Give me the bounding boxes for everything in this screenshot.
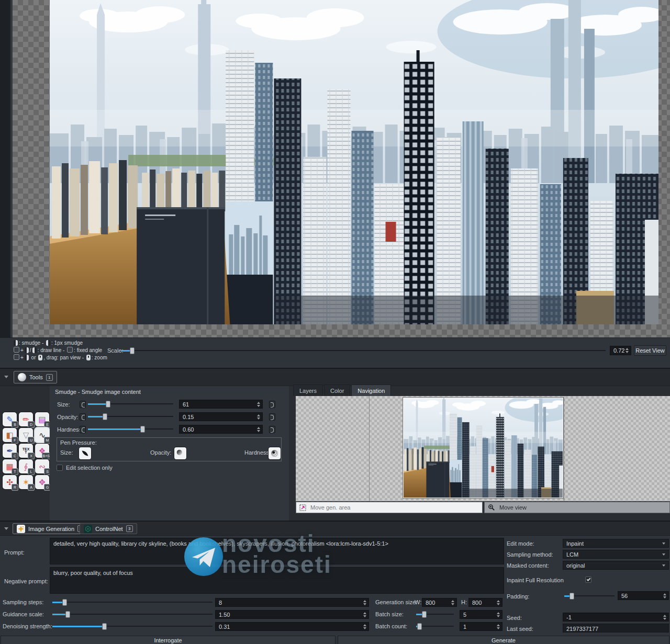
width-spinbox[interactable]: 800 [422,598,457,607]
collapse-arrow-icon[interactable] [4,527,8,530]
navigation-buttons: Move gen. area Move view [296,502,670,513]
tool-magic-select-button[interactable]: ✶A [19,475,33,489]
opacity-slider[interactable] [88,412,173,421]
spin-arrows[interactable] [624,348,630,353]
sampling-steps-label: Sampling steps: [3,599,43,605]
tool-freehand-brush-button[interactable]: ✎B [3,412,17,426]
hardness-slider[interactable] [88,425,173,433]
size-link-right-icon[interactable] [269,401,275,408]
opacity-link-right-icon[interactable] [269,413,275,421]
guidance-scale-slider[interactable] [52,610,213,618]
tool-lasso-select-button[interactable]: ∮L [19,459,33,473]
angle-key-icon [67,347,73,353]
canvas-image[interactable] [50,0,658,324]
height-spinbox[interactable]: 800 [468,598,502,607]
tab-image-generation[interactable]: Image Generation 2 [13,523,88,534]
spin-arrows[interactable] [256,414,261,420]
canvas-left-gutter [0,0,10,337]
tool-shapes-button[interactable]: ❖B+S [35,444,49,458]
tool-smudge-button[interactable]: ∿M [35,428,49,442]
controlnet-tab-badge: 3 [126,525,133,532]
batch-size-label: Batch size: [375,611,404,617]
move-gen-area-button[interactable]: Move gen. area [296,502,483,513]
spin-arrows[interactable] [256,427,261,432]
batch-count-slider[interactable] [416,622,454,630]
sampling-steps-spinbox[interactable]: 8 [215,598,369,607]
move-view-button[interactable]: Move view [484,502,670,513]
hardness-link-left-icon[interactable] [80,426,86,433]
scale-slider[interactable] [121,346,606,355]
tab-color[interactable]: Color [324,385,350,396]
tab-layers[interactable]: Layers [293,385,323,396]
nav-canvas-guide-left [369,396,370,501]
reset-view-button[interactable]: Reset View [634,345,666,356]
interrogate-button[interactable]: Interrogate [1,636,336,644]
batch-size-slider[interactable] [416,610,454,618]
hardness-spinbox[interactable]: 0.60 [179,425,263,434]
spin-arrows[interactable] [496,600,501,605]
last-seed-value: 2197337177 [563,624,669,632]
tool-transform-select-button[interactable]: ▦T [3,459,17,473]
opacity-spinbox[interactable]: 0.15 [179,412,263,421]
batch-count-spinbox[interactable]: 1 [460,622,502,631]
image-generation-icon [17,525,25,533]
edit-mode-select[interactable]: Inpaint [563,539,669,548]
guidance-scale-spinbox[interactable]: 1.50 [215,610,369,619]
shift-key-icon [14,347,19,353]
negative-prompt-input[interactable]: blurry, poor quality, out of focus [50,567,504,594]
opacity-link-left-icon[interactable] [80,413,86,421]
navigation-thumbnail[interactable] [403,398,563,498]
spin-arrows[interactable] [450,600,455,605]
generate-button[interactable]: Generate [338,636,669,644]
spin-arrows[interactable] [662,593,667,598]
tools-tab-label: Tools [29,374,43,380]
controlnet-tab-label: ControlNet [95,526,123,532]
tools-icon [18,373,26,381]
tool-text-button[interactable]: TEXTX [19,444,33,458]
size-link-left-icon[interactable] [80,401,86,408]
masked-content-label: Masked content: [507,562,549,569]
spin-arrows[interactable] [496,612,501,617]
edit-selection-only-checkbox[interactable] [57,465,63,471]
spin-arrows[interactable] [256,402,261,407]
collapse-arrow-icon[interactable] [4,376,8,378]
tool-line-button[interactable]: ✏D [19,412,33,426]
tool-crop-button[interactable]: ✒C [3,444,17,458]
tool-eraser-button[interactable]: ▤E [35,412,49,426]
spin-arrows[interactable] [362,600,367,605]
batch-size-spinbox[interactable]: 5 [460,610,502,619]
tool-similar-select-button[interactable]: ∾S [35,459,49,473]
padding-spinbox[interactable]: 56 [618,591,669,600]
tool-fill-button[interactable]: ◧F [3,428,17,442]
hardness-link-right-icon[interactable] [269,426,275,433]
tool-move-button[interactable]: ✥G [35,475,49,489]
zoom-spinbox[interactable]: 0.72 [610,346,631,355]
tool-polygon-select-button[interactable]: ✣R [3,475,17,489]
sampling-method-select[interactable]: LCM [563,550,669,559]
padding-slider[interactable] [564,592,615,600]
spin-arrows[interactable] [362,612,367,617]
tab-navigation[interactable]: Navigation [351,385,391,396]
size-spinbox[interactable]: 61 [179,400,263,409]
spin-arrows[interactable] [496,624,501,629]
pp-opacity-curve-button[interactable] [174,447,186,459]
tab-tools[interactable]: Tools 1 [14,371,57,383]
navigation-panel [296,396,670,501]
size-label: Size: [57,401,70,408]
sampling-steps-slider[interactable] [52,598,213,606]
masked-content-select[interactable]: original [563,561,669,570]
spin-arrows[interactable] [662,615,667,620]
tab-controlnet[interactable]: ControlNet 3 [80,523,137,534]
spin-arrows[interactable] [362,624,367,629]
denoising-strength-slider[interactable] [52,622,213,630]
pp-size-curve-button[interactable] [79,447,91,459]
negative-prompt-label: Negative prompt: [4,578,48,584]
pp-hardness-curve-button[interactable] [269,447,281,459]
prompt-input[interactable]: detailed, very high quality, library cit… [50,538,504,564]
krita-sd-plugin-window: : smudge - : 1px smudge +/: draw line - … [0,0,670,644]
seed-input[interactable]: -1 [563,613,669,622]
tool-gradient-button[interactable]: ▽U [19,428,33,442]
size-slider[interactable] [88,400,173,408]
denoising-strength-spinbox[interactable]: 0.31 [215,622,369,631]
inpaint-full-resolution-checkbox[interactable] [585,577,591,583]
